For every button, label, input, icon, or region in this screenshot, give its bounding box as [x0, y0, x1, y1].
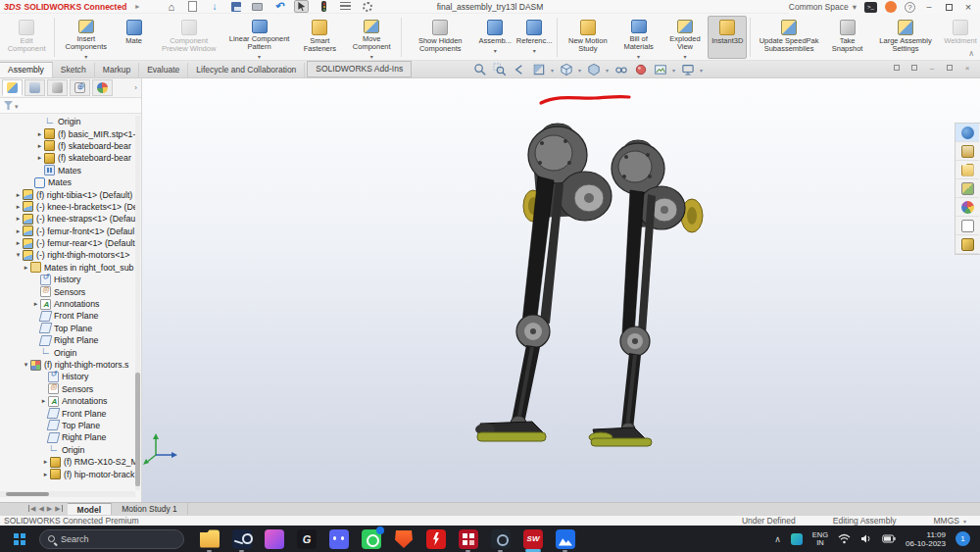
zoom-to-area-icon[interactable]	[492, 62, 507, 76]
undo-icon[interactable]	[272, 1, 285, 13]
next-tab-icon[interactable]	[46, 505, 53, 513]
tile-window-icon[interactable]	[909, 63, 919, 73]
clock[interactable]: 11:09 06-10-2023	[906, 530, 946, 548]
chevron-down-icon[interactable]	[551, 65, 554, 75]
ribbon-insert-components-button[interactable]: Insert Components	[58, 16, 115, 59]
performance-traffic-light-icon[interactable]	[318, 1, 330, 13]
section-view-icon[interactable]	[531, 62, 546, 76]
tree-item[interactable]: (f) skateboard-bear	[0, 140, 135, 152]
scrollbar-thumb[interactable]	[6, 492, 49, 496]
user-avatar[interactable]	[885, 1, 897, 13]
steam-icon[interactable]	[230, 527, 254, 552]
tree-item[interactable]: Mates in right_foot_sub	[0, 262, 135, 274]
wifi-icon[interactable]	[838, 533, 851, 544]
save-icon[interactable]	[229, 1, 242, 13]
tree-item[interactable]: Mates	[0, 176, 135, 188]
minimize-button[interactable]	[923, 1, 935, 13]
expand-arrow-icon[interactable]	[14, 203, 23, 211]
apply-scene-icon[interactable]	[653, 62, 667, 76]
collapse-arrow-icon[interactable]	[14, 251, 23, 259]
lightning-app-icon[interactable]	[424, 527, 448, 552]
chevron-down-icon[interactable]	[370, 51, 373, 57]
tab-motion-study-1[interactable]: Motion Study 1	[112, 503, 188, 515]
ribbon-mate-button[interactable]: Mate	[115, 16, 154, 59]
expand-arrow-icon[interactable]	[14, 239, 23, 247]
cascade-window-icon[interactable]	[892, 63, 902, 73]
tree-item[interactable]: (f) right-tibia<1> (Default)	[0, 188, 135, 200]
hidden-icons-chevron[interactable]	[774, 534, 781, 544]
workspace-selector[interactable]: Common Space	[789, 2, 857, 12]
tab-sketch[interactable]: Sketch	[53, 63, 95, 77]
tree-item[interactable]: Origin	[0, 444, 135, 456]
tree-item[interactable]: Front Plane	[0, 310, 135, 322]
expand-arrow-icon[interactable]	[35, 142, 44, 150]
dark-circle-app-icon[interactable]	[489, 527, 513, 552]
chevron-down-icon[interactable]	[700, 65, 703, 75]
ribbon-linear-pattern-button[interactable]: Linear Component Pattern	[224, 16, 295, 59]
previous-view-icon[interactable]	[512, 62, 526, 76]
tree-item[interactable]: (-) femur-front<1> (Defaul	[0, 226, 135, 237]
tab-solidworks-addins[interactable]: SOLIDWORKS Add-Ins	[307, 61, 412, 77]
3dexperience-console-icon[interactable]	[864, 2, 877, 13]
expand-arrow-icon[interactable]	[14, 191, 23, 199]
tree-item[interactable]: (f) hip-motor-brack	[0, 468, 135, 479]
discord-icon[interactable]	[327, 527, 351, 552]
filter-funnel-icon[interactable]	[4, 101, 13, 110]
tree-item[interactable]: Top Plane	[0, 323, 135, 334]
tree-item[interactable]: Front Plane	[0, 407, 135, 419]
tree-item[interactable]: (-) femur-rear<1> (Default	[0, 237, 135, 249]
chevron-down-icon[interactable]	[578, 65, 581, 75]
minimize-document-icon[interactable]	[927, 63, 937, 73]
tree-filter-row[interactable]	[0, 98, 141, 114]
tree-vertical-scrollbar[interactable]	[135, 116, 140, 490]
tab-propertymanager[interactable]	[24, 79, 45, 96]
expand-arrow-icon[interactable]	[14, 227, 23, 235]
close-document-icon[interactable]	[962, 63, 972, 73]
tree-item[interactable]: Right Plane	[0, 431, 135, 443]
whatsapp-icon[interactable]	[360, 527, 383, 552]
tree-item[interactable]: (-) knee-straps<1> (Defaul	[0, 213, 135, 225]
chevron-down-icon[interactable]	[683, 51, 686, 57]
game-controller-icon[interactable]	[263, 527, 286, 552]
collapse-arrow-icon[interactable]	[22, 361, 30, 369]
ribbon-component-preview-button[interactable]: Component Preview Window	[154, 16, 224, 59]
ribbon-instant3d-button[interactable]: Instant3D	[708, 16, 747, 59]
tree-item[interactable]: Mates	[0, 165, 135, 176]
tree-item[interactable]: History	[0, 274, 135, 285]
home-icon[interactable]	[165, 1, 177, 13]
photos-icon[interactable]	[554, 527, 577, 552]
tab-featuremanager-tree[interactable]	[2, 79, 23, 96]
expand-arrow-icon[interactable]	[14, 215, 23, 223]
maximize-button[interactable]	[943, 1, 955, 13]
solidworks-icon[interactable]	[521, 527, 545, 552]
tab-dimxpertmanager[interactable]	[70, 79, 90, 96]
view-palette-icon[interactable]	[956, 179, 979, 198]
scrollbar-thumb[interactable]	[135, 373, 140, 486]
ribbon-exploded-view-button[interactable]: Exploded View	[662, 16, 709, 59]
ribbon-bill-of-materials-button[interactable]: Bill of Materials	[615, 16, 662, 59]
tree-item[interactable]: Top Plane	[0, 420, 135, 431]
3dexperience-home-icon[interactable]	[956, 124, 979, 142]
expand-arrow-icon[interactable]	[31, 300, 40, 308]
expand-arrow-icon[interactable]	[35, 154, 44, 162]
tree-item[interactable]: (-) knee-I-brackets<1> (De	[0, 201, 135, 213]
display-style-icon[interactable]	[586, 62, 601, 76]
custom-properties-icon[interactable]	[956, 217, 979, 235]
language-switcher[interactable]: ENG IN	[812, 531, 828, 547]
tab-evaluate[interactable]: Evaluate	[139, 63, 188, 77]
ribbon-show-hidden-button[interactable]: Show Hidden Components	[405, 16, 475, 59]
chevron-down-icon[interactable]	[15, 101, 19, 111]
units-selector[interactable]: MMGS	[934, 516, 966, 526]
ribbon-reference-geometry-button[interactable]: Referenc...	[514, 16, 554, 59]
ribbon-move-component-button[interactable]: Move Component	[345, 16, 398, 59]
panel-flyout-arrow-icon[interactable]	[134, 83, 137, 92]
tree-item[interactable]: Sensors	[0, 383, 135, 395]
tab-markup[interactable]: Markup	[95, 63, 139, 77]
chevron-down-icon[interactable]	[258, 51, 261, 57]
tree-item[interactable]: (f) right-thigh-motors.s	[0, 359, 135, 371]
solidworks-resources-icon[interactable]	[956, 235, 979, 254]
tree-item[interactable]: (-) right-thigh-motors<1>	[0, 249, 135, 261]
tree-item[interactable]: History	[0, 371, 135, 382]
tree-item[interactable]: Annotations	[0, 298, 135, 310]
chevron-down-icon[interactable]	[672, 65, 675, 75]
